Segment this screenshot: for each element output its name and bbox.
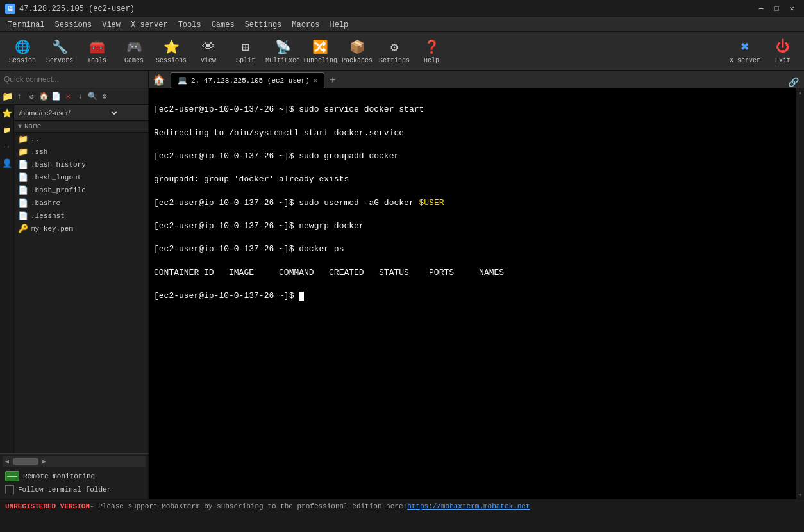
toolbar-help[interactable]: ❓ Help	[414, 35, 449, 68]
chain-icon[interactable]: 🔗	[785, 77, 801, 88]
help-label: Help	[424, 57, 439, 64]
terminal-scrollbar[interactable]: ▲ ▼	[796, 88, 804, 499]
list-item[interactable]: 📄 .bashrc	[14, 197, 148, 210]
minimize-button[interactable]: ─	[754, 2, 768, 16]
path-select[interactable]: /home/ec2-user/	[17, 108, 119, 117]
file-refresh-icon[interactable]: ↺	[26, 91, 37, 103]
file-download-icon[interactable]: ↓	[74, 91, 86, 103]
scroll-left-arrow[interactable]: ◀	[4, 458, 10, 465]
tools-icon: 🧰	[88, 38, 106, 56]
key-icon: 🔑	[18, 224, 28, 234]
toolbar-games[interactable]: 🎮 Games	[117, 35, 151, 68]
settings-icon: ⚙	[385, 38, 403, 56]
terminal-tab-1[interactable]: 💻 2. 47.128.225.105 (ec2-user) ✕	[171, 72, 324, 88]
home-tab-icon[interactable]: 🏠	[151, 72, 167, 88]
tab-close-button[interactable]: ✕	[314, 77, 317, 85]
toolbar-exit[interactable]: ⏻ Exit	[767, 35, 799, 68]
menu-settings[interactable]: Settings	[240, 19, 287, 31]
menu-xserver[interactable]: X server	[126, 19, 173, 31]
titlebar-controls[interactable]: ─ □ ✕	[754, 2, 799, 16]
list-item[interactable]: 📄 .bash_profile	[14, 184, 148, 197]
file-search-icon[interactable]: 🔍	[87, 91, 98, 103]
menu-help[interactable]: Help	[325, 19, 354, 31]
menu-tools[interactable]: Tools	[173, 19, 206, 31]
rail-folder[interactable]: 📁	[1, 124, 13, 136]
file-name: ..	[31, 135, 39, 143]
list-item[interactable]: 📄 .bash_history	[14, 158, 148, 171]
menu-view[interactable]: View	[97, 19, 126, 31]
toolbar-sessions[interactable]: ⭐ Sessions	[154, 35, 188, 68]
file-name: .bashrc	[31, 199, 60, 207]
list-item[interactable]: 📄 .lesshst	[14, 210, 148, 222]
remote-monitoring-button[interactable]: Remote monitoring	[3, 469, 146, 483]
file-create-icon[interactable]: 📄	[50, 91, 62, 103]
term-line: [ec2-user@ip-10-0-137-26 ~]$	[154, 290, 791, 302]
file-name: .bash_logout	[31, 174, 81, 181]
list-item[interactable]: 📁 .ssh	[14, 145, 148, 158]
sessions-label: Sessions	[156, 57, 187, 64]
term-line: groupadd: group 'docker' already exists	[154, 174, 791, 185]
menu-terminal[interactable]: Terminal	[3, 19, 50, 31]
list-item[interactable]: 📁 ..	[14, 133, 148, 145]
file-delete-icon[interactable]: ✕	[62, 91, 74, 103]
split-icon: ⊞	[237, 38, 255, 56]
toolbar-settings[interactable]: ⚙ Settings	[377, 35, 412, 68]
toolbar-tunneling[interactable]: 🔀 Tunneling	[303, 35, 337, 68]
quick-connect-bar	[0, 71, 148, 88]
file-icon: 📄	[18, 185, 28, 195]
close-button[interactable]: ✕	[785, 2, 799, 16]
file-home-icon[interactable]: 🏠	[38, 91, 49, 103]
terminal-content[interactable]: [ec2-user@ip-10-0-137-26 ~]$ sudo servic…	[149, 88, 796, 499]
follow-folder-row: Follow terminal folder	[3, 483, 146, 496]
menu-games[interactable]: Games	[206, 19, 240, 31]
file-name: .bash_profile	[31, 187, 86, 194]
term-line: [ec2-user@ip-10-0-137-26 ~]$ docker ps	[154, 244, 791, 255]
term-line: [ec2-user@ip-10-0-137-26 ~]$ sudo usermo…	[154, 197, 791, 209]
multiexec-icon: 📡	[274, 38, 292, 56]
tunneling-icon: 🔀	[311, 38, 329, 56]
rail-person[interactable]: 👤	[1, 158, 13, 169]
multiexec-label: MultiExec	[265, 57, 300, 64]
toolbar-session[interactable]: 🌐 Session	[5, 35, 40, 68]
statusbar-link[interactable]: https://mobaxterm.mobatek.net	[407, 503, 530, 510]
toolbar-xserver[interactable]: ✖ X server	[726, 35, 764, 68]
horizontal-scrollbar[interactable]: ◀ ▶	[3, 456, 146, 467]
toolbar-split[interactable]: ⊞ Split	[228, 35, 263, 68]
scroll-right-arrow[interactable]: ▶	[41, 458, 47, 465]
toolbar-tools[interactable]: 🧰 Tools	[80, 35, 114, 68]
follow-folder-checkbox[interactable]	[5, 485, 14, 494]
remote-monitoring-label: Remote monitoring	[23, 472, 95, 480]
exit-icon: ⏻	[774, 38, 792, 56]
file-name: .lesshst	[31, 212, 65, 220]
rail-arrow[interactable]: →	[1, 141, 13, 153]
scroll-up-arrow[interactable]: ▲	[796, 88, 804, 96]
toolbar-view[interactable]: 👁 View	[191, 35, 226, 68]
window-title: 47.128.225.105 (ec2-user)	[19, 4, 135, 13]
maximize-button[interactable]: □	[769, 2, 783, 16]
monitor-line	[7, 476, 17, 477]
add-tab-button[interactable]: +	[326, 74, 340, 88]
help-icon: ❓	[423, 38, 440, 56]
list-item[interactable]: 📄 .bash_logout	[14, 171, 148, 184]
toolbar-servers[interactable]: 🔧 Servers	[42, 35, 77, 68]
toolbar-packages[interactable]: 📦 Packages	[340, 35, 374, 68]
menu-sessions[interactable]: Sessions	[50, 19, 97, 31]
sort-icon: ▼	[18, 123, 22, 130]
toolbar-multiexec[interactable]: 📡 MultiExec	[265, 35, 300, 68]
menu-macros[interactable]: Macros	[287, 19, 324, 31]
tunneling-label: Tunneling	[303, 57, 337, 64]
left-panel: 📁 ↑ ↺ 🏠 📄 ✕ ↓ 🔍 ⚙ ⭐ 📁 → 👤	[0, 71, 149, 499]
term-line: Redirecting to /bin/systemctl start dock…	[154, 128, 791, 139]
games-icon: 🎮	[125, 38, 143, 56]
file-new-icon[interactable]: 📁	[1, 91, 13, 103]
xserver-icon: ✖	[736, 38, 754, 56]
rail-star[interactable]: ⭐	[1, 108, 13, 119]
scroll-down-arrow[interactable]: ▼	[796, 491, 804, 499]
cursor	[299, 292, 304, 301]
quick-connect-input[interactable]	[4, 75, 144, 84]
file-settings-icon[interactable]: ⚙	[99, 91, 110, 103]
terminal-wrapper: [ec2-user@ip-10-0-137-26 ~]$ sudo servic…	[149, 88, 804, 499]
file-up-icon[interactable]: ↑	[13, 91, 25, 103]
scroll-thumb[interactable]	[13, 458, 38, 465]
list-item[interactable]: 🔑 my-key.pem	[14, 222, 148, 235]
